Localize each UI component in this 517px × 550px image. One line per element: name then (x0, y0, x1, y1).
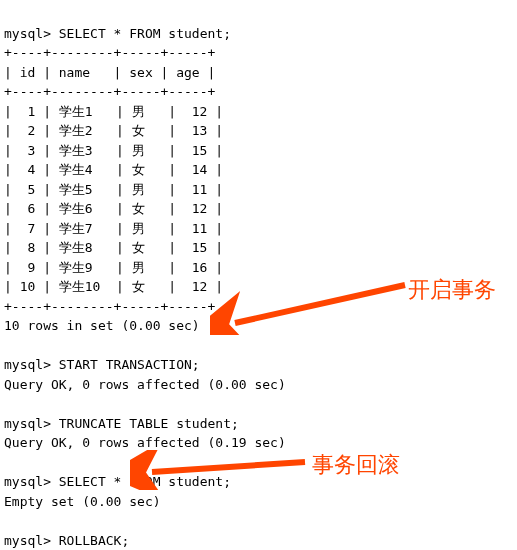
table-row: | 1 | 学生1 | 男 | 12 | (4, 104, 223, 119)
table-row: | 3 | 学生3 | 男 | 15 | (4, 143, 223, 158)
table-row: | 2 | 学生2 | 女 | 13 | (4, 123, 223, 138)
result-line: Empty set (0.00 sec) (4, 494, 161, 509)
table-row: | 5 | 学生5 | 男 | 11 | (4, 182, 223, 197)
table-row: | 10 | 学生10 | 女 | 12 | (4, 279, 223, 294)
prompt-line: mysql> TRUNCATE TABLE student; (4, 416, 239, 431)
annotation-start-tx: 开启事务 (408, 273, 496, 306)
table-border: +----+--------+-----+-----+ (4, 84, 215, 99)
table-row: | 9 | 学生9 | 男 | 16 | (4, 260, 223, 275)
result-line: Query OK, 0 rows affected (0.00 sec) (4, 377, 286, 392)
result-line: Query OK, 0 rows affected (0.19 sec) (4, 435, 286, 450)
table-row: | 8 | 学生8 | 女 | 15 | (4, 240, 223, 255)
prompt-line: mysql> ROLLBACK; (4, 533, 129, 548)
table-header: | id | name | sex | age | (4, 65, 215, 80)
table-border: +----+--------+-----+-----+ (4, 299, 215, 314)
annotation-rollback: 事务回滚 (312, 448, 400, 481)
prompt-line: mysql> SELECT * FROM student; (4, 474, 231, 489)
table-row: | 6 | 学生6 | 女 | 12 | (4, 201, 223, 216)
table-row: | 7 | 学生7 | 男 | 11 | (4, 221, 223, 236)
table-border: +----+--------+-----+-----+ (4, 45, 215, 60)
prompt-line: mysql> SELECT * FROM student; (4, 26, 231, 41)
result-line: 10 rows in set (0.00 sec) (4, 318, 200, 333)
table-row: | 4 | 学生4 | 女 | 14 | (4, 162, 223, 177)
prompt-line: mysql> START TRANSACTION; (4, 357, 200, 372)
